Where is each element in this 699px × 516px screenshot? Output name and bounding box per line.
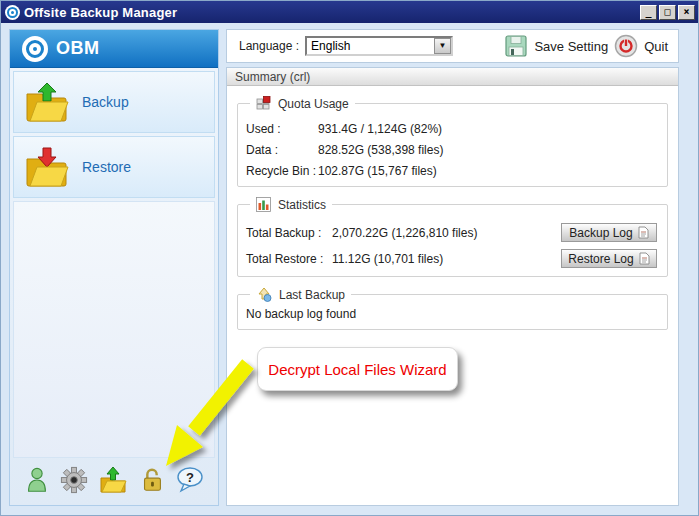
floppy-save-icon [504,34,528,58]
restore-folder-down-icon [24,145,70,189]
annotation-callout-text: Decrypt Local Files Wizard [268,361,446,378]
unlock-icon[interactable] [138,465,166,495]
quit-button[interactable]: Quit [614,34,668,58]
statistics-bars-icon [256,197,271,212]
quota-data-value: 828.52G (538,398 files) [318,143,659,157]
quota-used-value: 931.4G / 1,124G (82%) [318,122,659,136]
total-restore-label: Total Restore : [246,252,332,266]
chevron-down-icon[interactable]: ▼ [434,38,451,54]
statistics-legend: Statistics [250,197,332,212]
window-body: OBM Backup Restore [1,23,698,516]
save-setting-label: Save Setting [534,39,608,54]
last-backup-title: Last Backup [279,288,345,302]
language-label: Language : [239,39,299,53]
stats-row-restore: Total Restore : 11.12G (10,701 files) Re… [246,249,659,268]
close-button[interactable]: × [678,5,695,20]
quota-used-label: Used : [246,122,318,136]
backup-folder-icon[interactable] [98,465,128,495]
sidebar-item-backup-label: Backup [82,94,129,110]
annotation-callout: Decrypt Local Files Wizard [257,347,458,391]
sidebar-empty-area [13,201,215,458]
quota-row-recycle: Recycle Bin : 102.87G (15,767 files) [246,164,659,178]
stats-row-backup: Total Backup : 2,070.22G (1,226,810 file… [246,223,659,242]
last-backup-message: No backup log found [246,307,659,321]
quota-data-label: Data : [246,143,318,157]
save-setting-button[interactable]: Save Setting [504,34,608,58]
last-backup-section: Last Backup No backup log found [237,287,668,330]
document-icon [639,252,650,265]
sidebar-item-restore[interactable]: Restore [13,136,215,198]
restore-log-button[interactable]: Restore Log [561,249,657,268]
total-restore-value: 11.12G (10,701 files) [332,252,561,266]
total-backup-label: Total Backup : [246,226,332,240]
user-icon[interactable] [23,465,51,495]
sidebar-item-backup[interactable]: Backup [13,71,215,133]
statistics-section: Statistics Total Backup : 2,070.22G (1,2… [237,197,668,277]
app-logo-icon [5,5,20,20]
maximize-button[interactable]: □ [659,5,676,20]
last-backup-upload-icon [256,287,272,302]
sidebar-footer: ? [10,461,218,505]
quota-usage-section: Quota Usage Used : 931.4G / 1,124G (82%)… [237,96,668,187]
language-value: English [307,39,434,53]
sidebar-brand: OBM [10,30,218,68]
quota-row-data: Data : 828.52G (538,398 files) [246,143,659,157]
document-icon [638,226,649,239]
summary-panel: Summary (crl) Quota Usage [226,67,679,506]
total-backup-value: 2,070.22G (1,226,810 files) [332,226,561,240]
language-select[interactable]: English ▼ [305,36,453,56]
svg-text:?: ? [186,470,194,485]
quit-label: Quit [644,39,668,54]
obm-logo-icon [22,36,48,62]
toolbar: Language : English ▼ Save Setting [226,29,679,63]
app-window: Offsite Backup Manager _ □ × OBM Backup [0,0,699,516]
restore-log-label: Restore Log [568,252,633,266]
help-icon[interactable]: ? [175,465,205,495]
settings-gear-icon[interactable] [60,465,88,495]
main-area: Language : English ▼ Save Setting [226,29,679,506]
backup-log-label: Backup Log [569,226,632,240]
quota-recycle-label: Recycle Bin : [246,164,318,178]
summary-header: Summary (crl) [227,68,678,86]
window-title: Offsite Backup Manager [24,5,638,20]
sidebar-item-restore-label: Restore [82,159,131,175]
quota-row-used: Used : 931.4G / 1,124G (82%) [246,122,659,136]
quota-recycle-value: 102.87G (15,767 files) [318,164,659,178]
title-bar: Offsite Backup Manager _ □ × [1,1,698,23]
backup-folder-up-icon [24,80,70,124]
power-quit-icon [614,34,638,58]
quota-grid-icon [256,96,271,111]
quota-usage-legend: Quota Usage [250,96,355,111]
last-backup-legend: Last Backup [250,287,351,302]
quota-usage-title: Quota Usage [278,97,349,111]
statistics-title: Statistics [278,198,326,212]
obm-logo-text: OBM [56,38,100,59]
sidebar: OBM Backup Restore [9,29,219,506]
backup-log-button[interactable]: Backup Log [561,223,657,242]
minimize-button[interactable]: _ [640,5,657,20]
